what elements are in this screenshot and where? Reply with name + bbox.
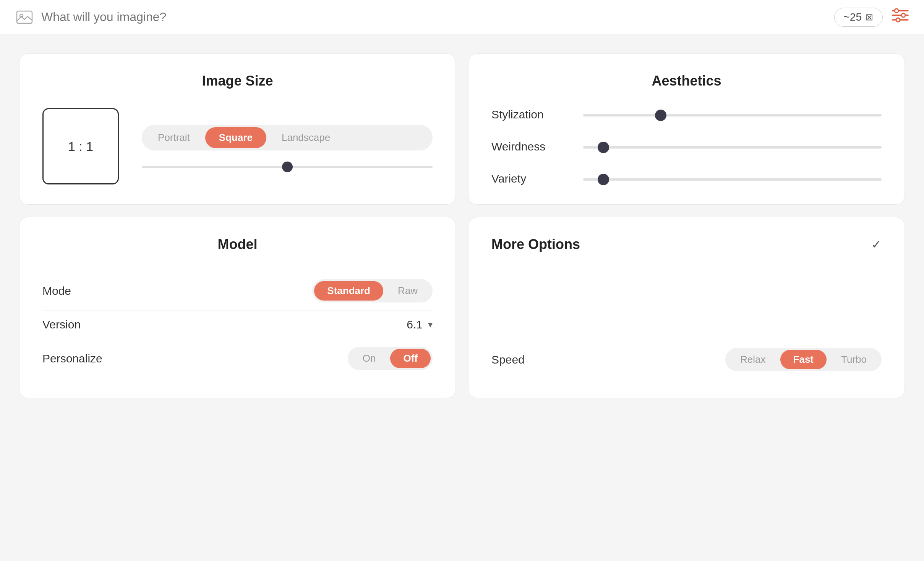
image-size-card: Image Size 1 : 1 Portrait Square Landsca… [19,53,456,205]
checkmark-icon[interactable]: ✓ [871,237,882,252]
credit-badge: ~25 ⊠ [834,8,883,27]
svg-rect-0 [17,11,32,23]
image-size-title: Image Size [42,73,433,89]
model-card: Model Mode Standard Raw Version 6.1 ▾ Pe… [19,217,456,398]
speed-row: Speed Relax Fast Turbo [491,340,882,379]
svg-point-6 [901,13,905,17]
more-options-spacer [491,264,882,340]
weirdness-slider-wrap [583,143,882,150]
credit-amount: ~25 [844,11,862,23]
aesthetics-title: Aesthetics [491,73,882,89]
speed-toggle-group: Relax Fast Turbo [725,348,882,371]
variety-row: Variety [491,172,882,185]
mode-label: Mode [42,285,71,297]
stylization-slider[interactable] [583,114,882,116]
search-input[interactable] [41,10,834,24]
fast-button[interactable]: Fast [780,350,827,369]
weirdness-slider[interactable] [583,146,882,149]
more-options-title: More Options [491,236,580,252]
more-options-header: More Options ✓ [491,236,882,252]
stylization-label: Stylization [491,108,568,121]
weirdness-label: Weirdness [491,140,568,153]
personalize-off-button[interactable]: Off [390,349,431,368]
image-size-controls: Portrait Square Landscape [142,125,433,168]
relax-button[interactable]: Relax [727,350,778,369]
personalize-toggle-group: On Off [348,347,433,370]
variety-slider[interactable] [583,178,882,181]
version-label: Version [42,318,81,331]
variety-slider-wrap [583,175,882,182]
chevron-down-icon: ▾ [428,319,433,330]
aesthetics-card: Aesthetics Stylization Weirdness Variety [468,53,905,205]
square-button[interactable]: Square [205,127,266,148]
portrait-button[interactable]: Portrait [144,127,204,148]
personalize-row: Personalize On Off [42,339,433,378]
model-title: Model [42,236,433,252]
stylization-row: Stylization [491,108,882,121]
credit-icon: ⊠ [866,12,873,23]
raw-button[interactable]: Raw [385,281,431,301]
personalize-on-button[interactable]: On [350,349,389,368]
weirdness-row: Weirdness [491,140,882,153]
landscape-button[interactable]: Landscape [268,127,344,148]
svg-point-5 [895,9,898,13]
header-left [15,8,834,26]
header: ~25 ⊠ [0,0,924,34]
mode-toggle-group: Standard Raw [312,279,433,302]
aspect-ratio-label: 1 : 1 [68,139,93,154]
svg-point-7 [896,18,900,22]
image-icon [15,8,34,26]
personalize-label: Personalize [42,352,102,365]
settings-icon[interactable] [892,8,909,26]
standard-button[interactable]: Standard [314,281,383,301]
image-size-content: 1 : 1 Portrait Square Landscape [42,108,433,184]
turbo-button[interactable]: Turbo [828,350,880,369]
version-selector[interactable]: 6.1 ▾ [407,318,433,331]
version-value: 6.1 [407,318,423,331]
size-slider[interactable] [142,166,433,168]
stylization-slider-wrap [583,111,882,118]
orientation-toggle-group: Portrait Square Landscape [142,125,433,150]
header-right: ~25 ⊠ [834,8,909,27]
mode-row: Mode Standard Raw [42,272,433,310]
version-row: Version 6.1 ▾ [42,310,433,339]
speed-label: Speed [491,353,525,366]
variety-label: Variety [491,172,568,185]
main-content: Image Size 1 : 1 Portrait Square Landsca… [0,34,924,417]
more-options-card: More Options ✓ Speed Relax Fast Turbo [468,217,905,398]
size-slider-container [142,166,433,168]
aspect-preview: 1 : 1 [42,108,119,184]
